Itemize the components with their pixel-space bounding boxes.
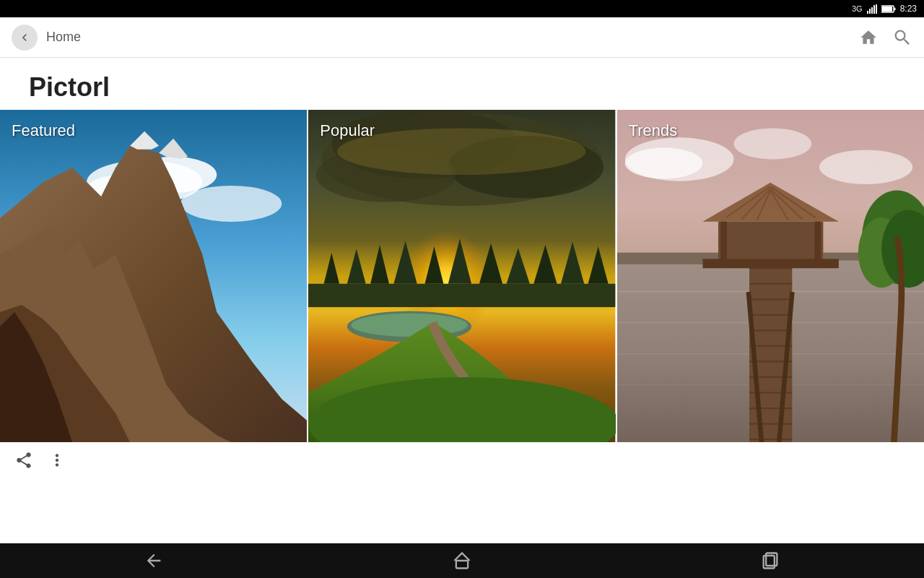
time-display: 8:23 xyxy=(900,4,917,14)
popular-category[interactable]: Popular xyxy=(307,110,615,442)
home-button[interactable] xyxy=(859,28,878,47)
more-options-button[interactable] xyxy=(48,451,66,474)
system-back-button[interactable] xyxy=(144,551,164,571)
system-recents-button[interactable] xyxy=(760,551,780,571)
page-title-container: Pictorl xyxy=(0,58,924,110)
svg-point-44 xyxy=(733,128,811,159)
trends-image xyxy=(617,110,924,442)
bottom-nav xyxy=(0,543,924,578)
signal-icon xyxy=(867,4,877,14)
nav-bar: Home xyxy=(0,17,924,58)
svg-point-45 xyxy=(819,150,912,184)
svg-point-12 xyxy=(180,186,282,222)
svg-rect-68 xyxy=(718,222,823,261)
nav-home-label: Home xyxy=(46,30,81,45)
svg-rect-26 xyxy=(308,284,615,307)
system-home-button[interactable] xyxy=(452,551,472,571)
network-label: 3G xyxy=(852,4,863,13)
svg-rect-82 xyxy=(456,561,468,569)
svg-rect-0 xyxy=(867,11,868,14)
page-title: Pictorl xyxy=(29,72,895,103)
battery-icon xyxy=(881,5,896,13)
category-grid: Featured xyxy=(0,110,924,442)
nav-left: Home xyxy=(12,25,81,51)
svg-rect-1 xyxy=(869,9,871,14)
share-button[interactable] xyxy=(14,451,33,474)
svg-point-43 xyxy=(624,147,702,178)
svg-rect-77 xyxy=(814,222,821,261)
status-bar: 3G 8:23 xyxy=(0,0,924,17)
svg-rect-2 xyxy=(871,7,873,14)
popular-label: Popular xyxy=(320,121,375,140)
svg-rect-7 xyxy=(894,7,895,10)
featured-image xyxy=(0,110,307,442)
popular-image xyxy=(308,110,615,442)
svg-rect-78 xyxy=(702,259,838,268)
svg-rect-76 xyxy=(720,222,727,261)
featured-label: Featured xyxy=(12,121,75,140)
trends-label: Trends xyxy=(629,121,678,140)
featured-category[interactable]: Featured xyxy=(0,110,307,442)
nav-right xyxy=(859,27,912,48)
action-bar xyxy=(0,442,924,483)
back-button[interactable] xyxy=(12,25,38,51)
trends-category[interactable]: Trends xyxy=(616,110,924,442)
search-button[interactable] xyxy=(892,27,912,48)
svg-rect-6 xyxy=(882,7,892,12)
svg-rect-3 xyxy=(873,5,875,14)
svg-rect-4 xyxy=(876,4,877,14)
